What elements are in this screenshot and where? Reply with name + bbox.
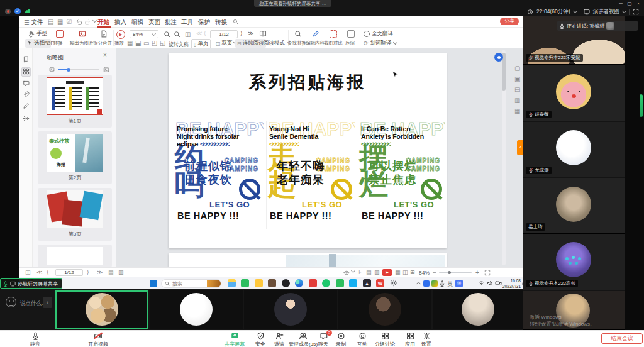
emoji-button[interactable] xyxy=(6,297,16,307)
zoom-out-icon[interactable] xyxy=(164,31,170,38)
tab-page[interactable]: 页面 xyxy=(148,18,160,26)
zoom-minus-icon[interactable]: − xyxy=(433,269,436,276)
thumbnail-page-1[interactable]: 第1页 xyxy=(38,75,112,128)
breakout-rooms-button[interactable]: 分组讨论 xyxy=(369,332,401,347)
find-replace-icon[interactable] xyxy=(294,30,302,38)
timer-dropdown-icon[interactable] xyxy=(572,8,577,13)
status-layout1-icon[interactable]: ▤ xyxy=(366,269,372,275)
status-eye-dropdown[interactable] xyxy=(351,268,355,273)
participant-tile[interactable]: 尤成灏 xyxy=(523,122,625,177)
save-icon[interactable]: ▦ xyxy=(57,18,63,25)
video-tile[interactable] xyxy=(150,290,243,329)
open-icon[interactable]: ▤ xyxy=(48,18,53,25)
security-shield-icon[interactable]: ✓ xyxy=(14,8,21,14)
rotate-right-icon[interactable]: ⬓ xyxy=(135,40,141,47)
wifi-icon[interactable] xyxy=(478,280,485,287)
zoom-slider[interactable] xyxy=(439,272,472,273)
file-explorer-icon[interactable] xyxy=(228,279,236,287)
status-grid-icon[interactable]: ▥ xyxy=(118,269,124,275)
start-button[interactable] xyxy=(150,280,157,287)
status-zoom-value[interactable]: 84% xyxy=(419,270,430,276)
collapse-strip-button[interactable]: ‹ xyxy=(43,297,52,308)
share-screen-button[interactable]: 共享屏幕 xyxy=(219,332,250,347)
zoom-in-icon[interactable] xyxy=(174,31,180,38)
read-book-icon[interactable] xyxy=(259,30,267,38)
invite-button[interactable]: 邀请 xyxy=(270,332,288,347)
status-fullscreen-icon[interactable] xyxy=(484,269,491,276)
print-icon[interactable]: ⎚ xyxy=(67,18,72,26)
crop-icon[interactable]: ▭ xyxy=(143,40,149,47)
status-layout2-icon[interactable]: ▥ xyxy=(374,269,380,275)
folder-icon[interactable] xyxy=(255,279,263,287)
ime-pinyin-icon[interactable]: 拼 xyxy=(455,280,463,287)
tab-annotate[interactable]: 批注 xyxy=(165,18,177,26)
watching-share-tooltip[interactable]: 您正在观看孙毓轩的屏幕共享 … xyxy=(254,0,331,7)
translate-word-button[interactable]: ⟳划词翻译 xyxy=(364,40,397,47)
tab-home[interactable]: 开始 xyxy=(97,18,109,26)
share-button[interactable]: 分享 xyxy=(500,18,519,25)
redo-icon[interactable] xyxy=(84,19,91,25)
rotate-doc-label[interactable]: 旋转文稿 xyxy=(169,41,189,48)
tray-app-icon[interactable] xyxy=(423,280,430,287)
pdf-convert-button[interactable] xyxy=(49,30,70,39)
panel-close-icon[interactable]: × xyxy=(103,52,107,58)
recording-icon[interactable] xyxy=(5,9,11,14)
screenshot-icon[interactable] xyxy=(330,30,337,38)
wps-assistant-icon[interactable] xyxy=(494,53,503,62)
zoom-select[interactable]: 84% xyxy=(130,30,158,38)
chat-quick-input[interactable]: 说点什么... xyxy=(20,300,46,307)
compress-icon[interactable] xyxy=(347,30,355,38)
participant-tile[interactable]: 岳士琦 xyxy=(523,178,625,234)
single-page-button[interactable]: ▯单页 xyxy=(191,39,211,49)
tray-expand-icon[interactable] xyxy=(416,282,421,286)
screen-share-indicator[interactable]: 孙毓轩的屏幕共享 xyxy=(0,278,62,289)
ime-language-indicator[interactable]: 英 xyxy=(447,280,453,289)
ribbon-search-icon[interactable] xyxy=(233,19,238,25)
side-tool-more-icon[interactable]: ▦ xyxy=(514,107,520,114)
mute-button[interactable]: 静音 xyxy=(23,332,48,347)
app-icon[interactable] xyxy=(322,279,330,287)
page-down-icon[interactable]: ◱ xyxy=(160,40,165,47)
status-prev-page-icon[interactable]: ⟨ xyxy=(47,269,49,275)
status-layout3-icon[interactable]: ▦ xyxy=(395,269,401,275)
attachment-panel-icon[interactable] xyxy=(21,91,31,101)
comment-panel-icon[interactable] xyxy=(21,80,31,89)
fit-page-icon[interactable]: ◫ xyxy=(185,31,191,38)
status-grid2-icon[interactable]: ⊞ xyxy=(410,269,415,275)
edit-content-icon[interactable] xyxy=(312,30,319,38)
view-dropdown-icon[interactable] xyxy=(622,8,626,13)
apps-button[interactable]: 应用 xyxy=(401,332,419,347)
status-fit-icon[interactable]: ◫ xyxy=(402,269,408,275)
wechat-icon[interactable] xyxy=(241,279,249,287)
security-button[interactable]: 安全 xyxy=(250,332,270,347)
side-tool-pen-icon[interactable]: ▤ xyxy=(514,86,520,93)
maximize-button[interactable]: ▢ xyxy=(625,1,634,7)
tray-clock[interactable]: 16:08 2023/7/31 xyxy=(501,278,521,290)
edge-browser-icon[interactable] xyxy=(295,279,303,287)
first-page-icon[interactable]: ≪ xyxy=(196,30,202,36)
panel-settings-icon[interactable] xyxy=(21,115,31,124)
tab-edit[interactable]: 编辑 xyxy=(131,18,143,26)
doc-scrollbar-track[interactable] xyxy=(502,50,506,265)
video-tile[interactable] xyxy=(244,290,337,329)
tab-tools[interactable]: 工具 xyxy=(181,18,193,26)
tab-protect[interactable]: 保护 xyxy=(198,18,210,26)
thumb-smaller-icon[interactable] xyxy=(49,66,55,72)
page-number-input[interactable]: 1/12 xyxy=(210,30,238,38)
tray-mic-icon[interactable] xyxy=(439,280,445,287)
app-icon[interactable] xyxy=(282,279,290,287)
side-tool-stamp-icon[interactable]: ▥ xyxy=(514,97,520,104)
export-image-button[interactable] xyxy=(72,30,93,38)
play-button[interactable]: ▶ xyxy=(116,30,125,39)
taskbar-search[interactable]: 搜索 xyxy=(161,279,221,288)
thumbnail-page-2[interactable]: 泰式柠茶 海报 第2页 xyxy=(38,131,112,184)
prev-page-icon[interactable]: ⟨ xyxy=(204,30,206,36)
qq-icon[interactable] xyxy=(349,279,357,287)
thumbnail-panel-icon[interactable] xyxy=(21,67,31,77)
network-signal-icon[interactable] xyxy=(25,8,30,14)
thumbnail-page-4-partial[interactable] xyxy=(38,245,112,267)
bookmark-panel-icon[interactable] xyxy=(21,56,31,65)
video-tile-active-speaker[interactable] xyxy=(55,290,148,329)
video-tile[interactable] xyxy=(433,290,523,329)
volume-icon[interactable] xyxy=(487,280,494,287)
